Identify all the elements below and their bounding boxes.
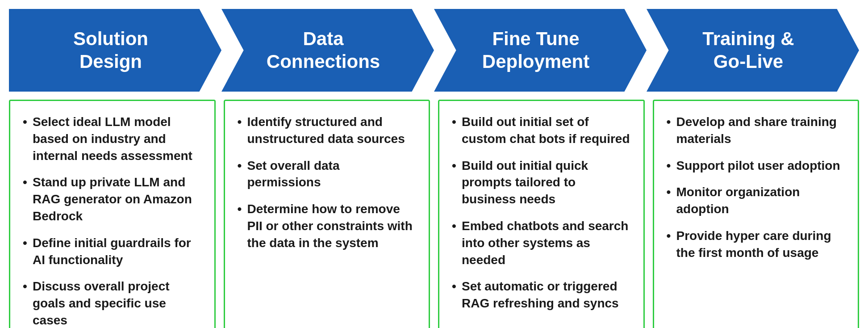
arrow-label-data-connections: DataConnections — [262, 28, 393, 73]
arrow-shape-3: Fine TuneDeployment — [434, 9, 647, 92]
list-item: Identify structured and unstructured dat… — [238, 114, 417, 147]
arrow-fine-tune-deployment: Fine TuneDeployment — [434, 9, 647, 92]
list-item: Embed chatbots and search into other sys… — [452, 218, 631, 268]
cards-row: Select ideal LLM model based on industry… — [9, 92, 859, 328]
list-item: Provide hyper care during the first mont… — [667, 227, 846, 261]
arrow-label-solution-design: SolutionDesign — [69, 28, 162, 73]
list-item: Select ideal LLM model based on industry… — [23, 114, 202, 164]
list-item: Define initial guardrails for AI functio… — [23, 235, 202, 269]
list-item: Set automatic or triggered RAG refreshin… — [452, 278, 631, 312]
arrow-shape-2: DataConnections — [221, 9, 434, 92]
arrow-row: SolutionDesign DataConnections Fine Tune… — [9, 9, 859, 92]
arrow-label-fine-tune-deployment: Fine TuneDeployment — [478, 28, 603, 73]
list-item: Monitor organization adoption — [667, 184, 846, 218]
list-item: Develop and share training materials — [667, 114, 846, 147]
arrow-data-connections: DataConnections — [221, 9, 434, 92]
card-fine-tune-deployment-list: Build out initial set of custom chat bot… — [452, 114, 631, 312]
page-container: SolutionDesign DataConnections Fine Tune… — [9, 9, 859, 328]
list-item: Determine how to remove PII or other con… — [238, 201, 417, 251]
list-item: Discuss overall project goals and specif… — [23, 278, 202, 328]
card-solution-design-list: Select ideal LLM model based on industry… — [23, 114, 202, 328]
list-item: Build out initial quick prompts tailored… — [452, 157, 631, 208]
card-data-connections-list: Identify structured and unstructured dat… — [238, 114, 417, 252]
arrow-solution-design: SolutionDesign — [9, 9, 221, 92]
card-data-connections: Identify structured and unstructured dat… — [224, 100, 430, 328]
card-solution-design: Select ideal LLM model based on industry… — [9, 100, 216, 328]
list-item: Set overall data permissions — [238, 157, 417, 191]
arrow-label-training-go-live: Training &Go-Live — [698, 28, 807, 73]
list-item: Build out initial set of custom chat bot… — [452, 114, 631, 147]
list-item: Support pilot user adoption — [667, 157, 846, 174]
list-item: Stand up private LLM and RAG generator o… — [23, 174, 202, 224]
card-training-go-live: Develop and share training materials Sup… — [653, 100, 860, 328]
arrow-shape-1: SolutionDesign — [9, 9, 221, 92]
arrow-training-go-live: Training &Go-Live — [647, 9, 859, 92]
card-fine-tune-deployment: Build out initial set of custom chat bot… — [438, 100, 645, 328]
card-training-go-live-list: Develop and share training materials Sup… — [667, 114, 846, 261]
arrow-shape-4: Training &Go-Live — [647, 9, 859, 92]
